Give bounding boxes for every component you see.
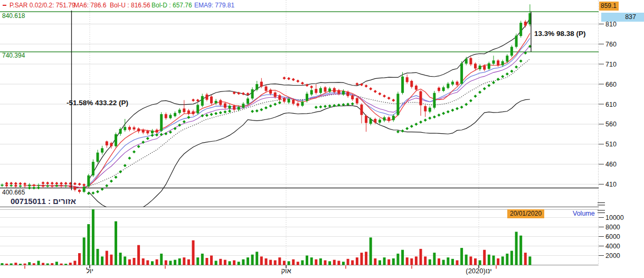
volume-bar — [255, 252, 258, 265]
psar-dot — [150, 134, 154, 137]
psar-dot — [132, 150, 136, 153]
chart-canvas[interactable]: 8107607106606105605104604101000080006000… — [0, 0, 644, 278]
ma6-line — [25, 33, 530, 188]
psar-dot — [278, 101, 281, 104]
candle-body — [319, 88, 322, 93]
volume-tick-label: 6000 — [605, 233, 620, 240]
psar-dot — [365, 85, 368, 88]
candle-body — [183, 108, 185, 112]
volume-bar — [133, 258, 136, 265]
candle-body — [219, 100, 222, 105]
psar-dot — [401, 129, 404, 133]
psar-dot — [137, 145, 140, 148]
volume-bar — [483, 250, 486, 265]
price-tick-label: 660 — [605, 81, 617, 88]
month-label-jan: ינו(2020) — [466, 267, 491, 275]
month-label-jul: יול — [86, 267, 93, 275]
psar-dot — [228, 109, 231, 113]
candle-body — [19, 186, 22, 187]
psar-dot — [469, 99, 472, 102]
candle-body — [255, 84, 258, 90]
volume-bar — [351, 261, 354, 265]
candle-body — [106, 142, 108, 146]
candle-body — [169, 115, 172, 118]
volume-bar — [519, 236, 522, 265]
candle-body — [410, 81, 413, 87]
volume-bar — [137, 245, 140, 265]
price-tick-label: 810 — [605, 21, 617, 28]
psar-dot — [78, 183, 81, 186]
psar-dot — [192, 98, 195, 101]
volume-bar — [229, 261, 231, 265]
psar-dot — [405, 127, 409, 130]
volume-bar — [406, 257, 409, 265]
candle-body — [479, 66, 481, 69]
last-price-badge: 837 — [601, 13, 644, 22]
volume-bar — [92, 208, 94, 265]
psar-dot — [264, 106, 268, 109]
volume-bar — [324, 261, 327, 265]
psar-dot — [383, 95, 386, 98]
candle-body — [137, 128, 140, 131]
candle-body — [374, 119, 376, 123]
psar-dot — [315, 106, 318, 109]
volume-bar — [497, 258, 499, 265]
candle-body — [37, 185, 40, 186]
candle-body — [151, 131, 154, 133]
candle-body — [205, 95, 208, 100]
volume-bar — [288, 261, 290, 265]
candle-body — [238, 107, 240, 109]
candle-body — [101, 148, 103, 152]
volume-bar — [24, 264, 26, 265]
volume-bar — [224, 260, 226, 265]
legend-ema9: EMA9: 779.81 — [194, 2, 234, 9]
volume-bar — [215, 261, 217, 265]
volume-bar — [297, 262, 299, 265]
volume-bar — [28, 262, 31, 265]
price-tick-label: 560 — [605, 121, 617, 128]
volume-bar — [55, 262, 58, 265]
psar-dot — [460, 106, 463, 109]
volume-bar — [392, 258, 395, 265]
volume-bar — [69, 263, 72, 265]
candle-body — [288, 99, 290, 103]
candle-body — [438, 88, 440, 91]
measure-down-label: -51.58% 433.22 (P) — [67, 99, 128, 107]
candle-body — [97, 153, 99, 162]
volume-bar — [292, 260, 295, 265]
volume-bar — [196, 257, 199, 265]
candle-body — [510, 47, 513, 56]
candle-body — [519, 23, 522, 36]
candle-body — [210, 97, 213, 104]
volume-bar — [510, 251, 513, 265]
psar-dot — [73, 182, 77, 186]
candle-body — [310, 90, 313, 95]
volume-bar — [78, 253, 81, 265]
volume-bar — [187, 260, 190, 265]
psar-dot — [14, 182, 17, 185]
psar-dot — [483, 87, 486, 90]
psar-dot — [260, 108, 263, 111]
candle-body — [242, 104, 244, 108]
candle-body — [119, 129, 122, 134]
psar-dot — [242, 92, 245, 95]
candle-body — [420, 91, 422, 106]
volume-bar — [37, 261, 40, 265]
psar-dot — [465, 103, 468, 106]
sma20-line — [89, 59, 530, 186]
price-tick-label: 760 — [605, 41, 617, 48]
psar-dot — [251, 110, 254, 113]
candle-body — [347, 92, 349, 96]
candle-body — [1, 184, 4, 186]
volume-bar — [242, 260, 244, 265]
volume-bar — [493, 256, 495, 265]
psar-dot — [451, 108, 454, 112]
level-label-740: 740.394 — [2, 52, 25, 59]
price-tick-label: 460 — [605, 161, 617, 168]
psar-dot — [497, 78, 500, 81]
candle-body — [33, 184, 35, 186]
instrument-name: 00715011 : אזורים — [11, 197, 76, 206]
candle-body — [278, 95, 281, 99]
candle-body — [51, 186, 53, 187]
candle-body — [292, 100, 295, 104]
